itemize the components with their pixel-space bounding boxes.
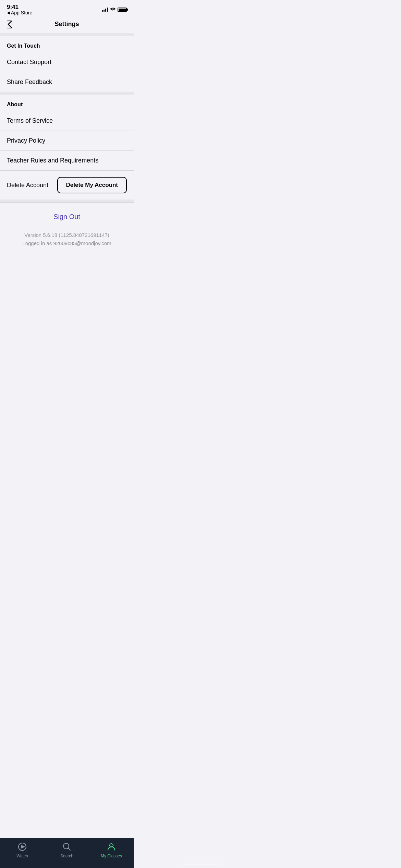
- sign-out-button[interactable]: Sign Out: [53, 213, 80, 221]
- nav-header: Settings: [0, 17, 134, 33]
- wifi-icon: [110, 7, 116, 12]
- about-header: About: [0, 95, 134, 111]
- content-area: Get In Touch Contact Support Share Feedb…: [0, 33, 134, 289]
- share-feedback-item[interactable]: Share Feedback: [0, 72, 134, 92]
- terms-of-service-label: Terms of Service: [7, 117, 53, 124]
- battery-icon: [118, 8, 127, 12]
- status-bar: 9:41 ◀ App Store: [0, 0, 134, 17]
- privacy-policy-label: Privacy Policy: [7, 137, 45, 144]
- terms-of-service-item[interactable]: Terms of Service: [0, 111, 134, 131]
- teacher-rules-item[interactable]: Teacher Rules and Requirements: [0, 151, 134, 171]
- status-right: [102, 7, 127, 12]
- section-divider-2: [0, 92, 134, 95]
- section-divider-3: [0, 200, 134, 202]
- status-left: 9:41 ◀ App Store: [7, 4, 32, 15]
- status-time: 9:41: [7, 4, 19, 10]
- delete-my-account-button[interactable]: Delete My Account: [57, 177, 127, 193]
- signal-icon: [102, 8, 108, 12]
- back-arrow-icon: ◀: [7, 10, 10, 15]
- version-text: Version 5.6.18 (1125.848721691147) Logge…: [7, 231, 127, 248]
- sign-out-section: Sign Out: [0, 202, 134, 224]
- version-section: Version 5.6.18 (1125.848721691147) Logge…: [0, 224, 134, 258]
- get-in-touch-section: Get In Touch Contact Support Share Feedb…: [0, 36, 134, 92]
- app-store-label: App Store: [11, 10, 32, 15]
- share-feedback-label: Share Feedback: [7, 79, 52, 86]
- status-store: ◀ App Store: [7, 10, 32, 15]
- version-line1: Version 5.6.18 (1125.848721691147): [7, 231, 127, 239]
- contact-support-label: Contact Support: [7, 59, 51, 66]
- back-button[interactable]: [7, 20, 12, 28]
- contact-support-item[interactable]: Contact Support: [0, 52, 134, 72]
- page-title: Settings: [54, 21, 79, 28]
- delete-account-label: Delete Account: [7, 182, 48, 189]
- about-section: About Terms of Service Privacy Policy Te…: [0, 95, 134, 200]
- delete-account-row: Delete Account Delete My Account: [0, 171, 134, 200]
- teacher-rules-label: Teacher Rules and Requirements: [7, 157, 98, 164]
- get-in-touch-header: Get In Touch: [0, 36, 134, 52]
- version-line2: Logged in as 92609c85@moodjoy.com: [7, 239, 127, 248]
- section-divider-top: [0, 33, 134, 36]
- privacy-policy-item[interactable]: Privacy Policy: [0, 131, 134, 151]
